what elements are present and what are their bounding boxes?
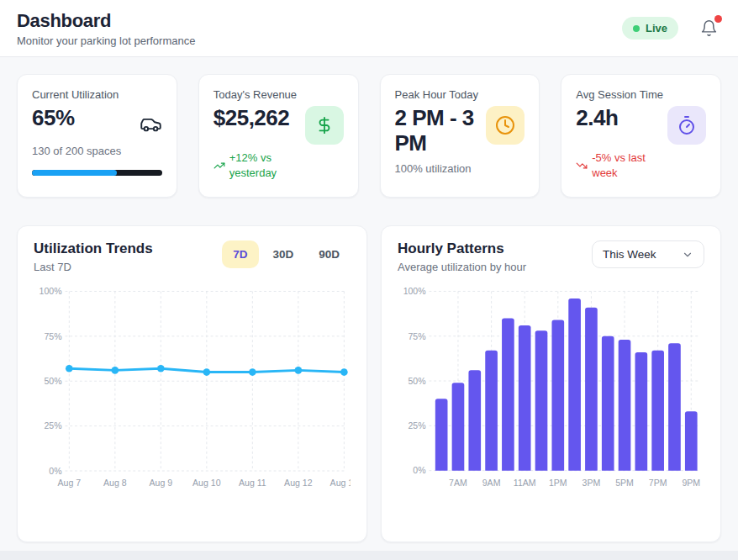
week-select-dropdown[interactable]: This Week bbox=[592, 240, 704, 268]
stat-label: Peak Hour Today bbox=[395, 88, 525, 101]
stat-value: 2.4h bbox=[576, 106, 618, 131]
stat-subtext: 130 of 200 spaces bbox=[32, 145, 162, 157]
trending-up-icon bbox=[213, 160, 225, 172]
svg-text:Aug 11: Aug 11 bbox=[239, 478, 266, 488]
charts-row: Utilization Trends Last 7D 7D 30D 90D 0%… bbox=[17, 225, 721, 542]
utilization-trends-line-chart: 0%25%50%75%100%Aug 7Aug 8Aug 9Aug 10Aug … bbox=[34, 280, 351, 495]
chevron-down-icon bbox=[682, 249, 693, 261]
svg-text:7AM: 7AM bbox=[449, 478, 467, 488]
dropdown-value: This Week bbox=[603, 248, 656, 261]
clock-icon bbox=[486, 106, 525, 145]
svg-text:0%: 0% bbox=[413, 465, 425, 475]
svg-text:75%: 75% bbox=[409, 331, 426, 341]
svg-text:25%: 25% bbox=[44, 420, 62, 431]
live-status-badge: Live bbox=[622, 17, 678, 40]
svg-text:Aug 12: Aug 12 bbox=[284, 478, 313, 488]
header-actions: Live bbox=[622, 17, 720, 40]
stat-main-row: 2.4h bbox=[576, 106, 706, 145]
stat-label: Today's Revenue bbox=[213, 88, 344, 101]
svg-text:Aug 8: Aug 8 bbox=[103, 478, 127, 488]
utilization-progress-fill bbox=[32, 170, 117, 176]
chart-subtitle: Average utilization by hour bbox=[398, 261, 526, 273]
live-dot-icon bbox=[633, 25, 640, 32]
svg-text:11AM: 11AM bbox=[514, 478, 536, 488]
tab-7d[interactable]: 7D bbox=[222, 240, 258, 268]
stat-card-todays-revenue: Today's Revenue $25,262 +12% vs yesterda bbox=[198, 74, 359, 198]
chart-title: Utilization Trends bbox=[34, 240, 153, 257]
chart-subtitle: Last 7D bbox=[34, 261, 153, 273]
notification-dot bbox=[714, 15, 722, 23]
stats-row: Current Utilization 65% 130 of 200 space… bbox=[17, 74, 721, 198]
stat-value: 65% bbox=[32, 106, 75, 131]
stat-value: 2 PM - 3 PM bbox=[395, 106, 480, 156]
trend-indicator: +12% vs yesterday bbox=[213, 151, 344, 180]
svg-text:3PM: 3PM bbox=[582, 478, 601, 488]
stat-main-row: 2 PM - 3 PM bbox=[395, 106, 525, 156]
header: Dashboard Monitor your parking lot perfo… bbox=[0, 0, 738, 57]
svg-text:25%: 25% bbox=[409, 420, 426, 431]
svg-text:Aug 7: Aug 7 bbox=[57, 478, 81, 488]
svg-text:1PM: 1PM bbox=[549, 478, 567, 488]
utilization-progress-bar bbox=[32, 170, 162, 176]
chart-title: Hourly Patterns bbox=[398, 240, 526, 257]
svg-text:100%: 100% bbox=[403, 286, 426, 296]
range-tabs: 7D 30D 90D bbox=[222, 240, 351, 268]
page-subtitle: Monitor your parking lot performance bbox=[17, 34, 195, 47]
notifications-button[interactable] bbox=[698, 18, 720, 39]
dashboard-page: Dashboard Monitor your parking lot perfo… bbox=[0, 0, 738, 559]
chart-titles: Hourly Patterns Average utilization by h… bbox=[398, 240, 526, 273]
tab-30d[interactable]: 30D bbox=[262, 240, 305, 268]
dollar-icon bbox=[305, 106, 344, 145]
svg-text:5PM: 5PM bbox=[615, 478, 634, 488]
svg-text:7PM: 7PM bbox=[649, 478, 667, 488]
hourly-patterns-card: Hourly Patterns Average utilization by h… bbox=[381, 225, 721, 542]
svg-text:50%: 50% bbox=[44, 376, 62, 386]
bell-icon bbox=[700, 19, 718, 37]
bottom-strip bbox=[0, 551, 738, 560]
stat-value: $25,262 bbox=[213, 106, 289, 131]
svg-text:9AM: 9AM bbox=[482, 478, 501, 488]
stat-card-peak-hour: Peak Hour Today 2 PM - 3 PM 100% utiliza… bbox=[380, 74, 540, 198]
svg-text:100%: 100% bbox=[40, 286, 63, 296]
stat-card-current-utilization: Current Utilization 65% 130 of 200 space… bbox=[17, 74, 177, 198]
svg-text:Aug 10: Aug 10 bbox=[192, 478, 221, 488]
stat-label: Avg Session Time bbox=[576, 88, 706, 101]
live-label: Live bbox=[646, 22, 667, 34]
trending-down-icon bbox=[576, 160, 588, 172]
hourly-patterns-bar-chart: 0%25%50%75%100%7AM9AM11AM1PM3PM5PM7PM9PM bbox=[398, 280, 704, 494]
tab-90d[interactable]: 90D bbox=[308, 240, 351, 268]
stat-label: Current Utilization bbox=[32, 88, 162, 101]
stat-main-row: $25,262 bbox=[213, 106, 344, 145]
car-icon bbox=[140, 106, 162, 139]
timer-icon bbox=[667, 106, 706, 145]
chart-header: Utilization Trends Last 7D 7D 30D 90D bbox=[34, 240, 351, 273]
trend-text: -5% vs last week bbox=[592, 151, 662, 180]
trend-indicator: -5% vs last week bbox=[576, 151, 706, 180]
chart-titles: Utilization Trends Last 7D bbox=[34, 240, 153, 273]
svg-text:75%: 75% bbox=[44, 331, 62, 341]
utilization-trends-card: Utilization Trends Last 7D 7D 30D 90D 0%… bbox=[17, 225, 367, 542]
svg-text:Aug 9: Aug 9 bbox=[150, 478, 173, 488]
svg-text:50%: 50% bbox=[409, 376, 426, 386]
stat-card-avg-session-time: Avg Session Time 2.4h -5% vs last week bbox=[561, 74, 721, 198]
svg-text:0%: 0% bbox=[49, 466, 62, 476]
trend-text: +12% vs yesterday bbox=[229, 151, 300, 180]
stat-subtext: 100% utilization bbox=[395, 162, 525, 175]
stat-main-row: 65% bbox=[32, 106, 162, 139]
page-title: Dashboard bbox=[17, 10, 195, 32]
svg-text:Aug 13: Aug 13 bbox=[330, 478, 351, 488]
header-titles: Dashboard Monitor your parking lot perfo… bbox=[17, 10, 195, 47]
svg-text:9PM: 9PM bbox=[682, 478, 700, 488]
main-content: Current Utilization 65% 130 of 200 space… bbox=[0, 57, 738, 559]
chart-header: Hourly Patterns Average utilization by h… bbox=[398, 240, 704, 273]
